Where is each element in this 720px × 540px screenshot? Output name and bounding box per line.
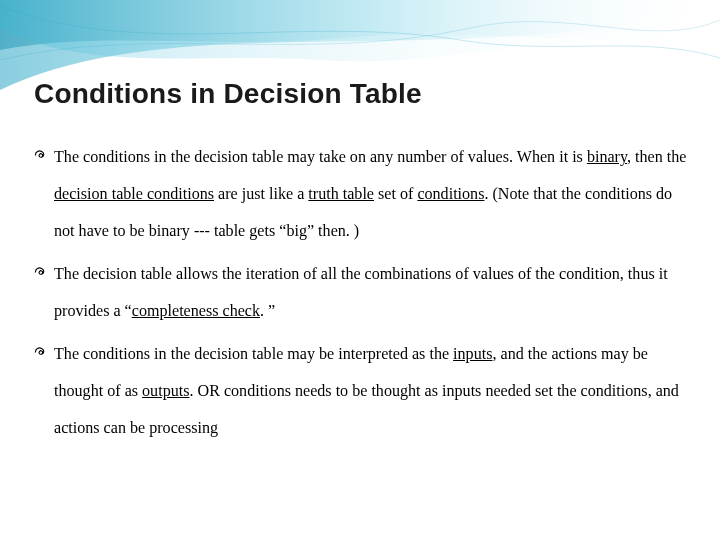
underlined-term: binary — [587, 148, 627, 165]
swirl-bullet-icon — [34, 148, 48, 162]
bullet-text: The conditions in the decision table may… — [54, 148, 686, 239]
underlined-term: conditions — [417, 185, 484, 202]
underlined-term: completeness check — [132, 302, 260, 319]
underlined-term: inputs — [453, 345, 492, 362]
swirl-bullet-icon — [34, 265, 48, 279]
bullet-list: The conditions in the decision table may… — [34, 138, 690, 446]
bullet-item: The conditions in the decision table may… — [34, 335, 690, 446]
bullet-text: The conditions in the decision table may… — [54, 345, 679, 436]
underlined-term: truth table — [308, 185, 374, 202]
bullet-text: The decision table allows the iteration … — [54, 265, 668, 319]
slide-content: Conditions in Decision Table The conditi… — [0, 0, 720, 472]
bullet-item: The conditions in the decision table may… — [34, 138, 690, 249]
underlined-term: outputs — [142, 382, 189, 399]
bullet-item: The decision table allows the iteration … — [34, 255, 690, 329]
swirl-bullet-icon — [34, 345, 48, 359]
underlined-term: decision table conditions — [54, 185, 214, 202]
slide-title: Conditions in Decision Table — [34, 78, 690, 110]
